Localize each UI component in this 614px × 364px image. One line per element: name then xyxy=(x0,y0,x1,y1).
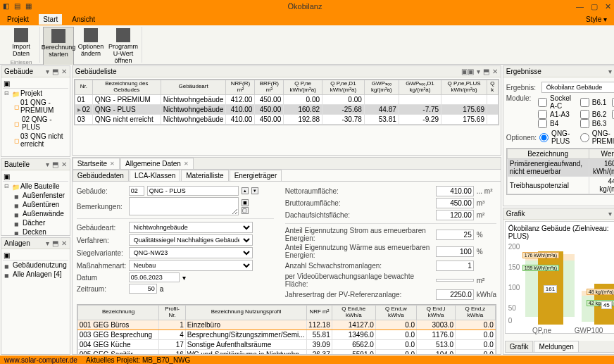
panel-pin-icon[interactable]: ⬒ xyxy=(52,161,58,168)
style-dropdown[interactable]: Style ▾ xyxy=(582,14,611,25)
select-ergebnis[interactable]: Ökobilanz Gebäude xyxy=(541,82,614,93)
panel-dropdown-icon[interactable]: ▾ xyxy=(46,68,49,75)
grid-gebaeudeliste[interactable]: Nr. Bezeichnung des Gebäudes Gebäudeart … xyxy=(74,79,499,125)
col-nutz-bez[interactable]: Bezeichnung xyxy=(77,306,159,320)
chk-b4[interactable] xyxy=(538,119,547,128)
tree-item-aussenwaende[interactable]: Außenwände xyxy=(3,209,68,218)
panel-dropdown-icon[interactable]: ▾ xyxy=(477,68,480,75)
ribbon-berechnung-starten[interactable]: Berechnung starten xyxy=(43,27,74,66)
col-nutz-profil[interactable]: Profil- Nr. xyxy=(159,306,185,320)
panel-dropdown-icon[interactable]: ▾ xyxy=(46,161,49,168)
col-nrf[interactable]: NRF(R) m² xyxy=(226,80,255,95)
tab-gebaeudedaten[interactable]: Gebäudedaten xyxy=(73,170,129,181)
tab-lca-klassen[interactable]: LCA-Klassen xyxy=(130,170,180,181)
input-datum[interactable] xyxy=(129,272,180,282)
col-brf[interactable]: BRF(R) m³ xyxy=(255,80,284,95)
col-nutz-nrf[interactable]: NRF m² xyxy=(307,306,332,320)
radio-qng-plus[interactable] xyxy=(539,133,549,142)
chk-b61[interactable] xyxy=(580,98,589,107)
btn-del[interactable]: ▢ xyxy=(242,207,249,214)
col-gwpd1[interactable]: GWP₁₀₀,D1 kg/(m²a) xyxy=(399,80,441,95)
col-nutz-qendw[interactable]: Q End,w kWh/a xyxy=(375,306,416,320)
btn-down[interactable]: ▾ xyxy=(251,187,258,194)
col-res-bez[interactable]: Bezeichnung xyxy=(507,149,589,159)
input-gebaeude-name[interactable] xyxy=(147,186,239,196)
chk-sockel[interactable] xyxy=(538,98,547,107)
calendar-icon[interactable]: ▾ xyxy=(182,274,186,282)
panel-pin-icon[interactable]: ⬒ xyxy=(52,239,58,247)
panel-close-icon[interactable]: ✕ xyxy=(492,68,498,75)
col-nutz-profilbez[interactable]: Bezeichnung Nutzungsprofil xyxy=(185,306,306,320)
tree-item-gebaeudenutzung[interactable]: Gebäudenutzung xyxy=(3,261,68,270)
tab-energietraeger[interactable]: Energieträger xyxy=(230,170,282,181)
panel-dropdown-icon[interactable]: ▾ xyxy=(46,239,49,247)
tree-item-daecher[interactable]: Dächer xyxy=(3,218,68,227)
tree-toolbar-icon[interactable]: ▣ xyxy=(4,80,10,87)
panel-close-icon[interactable]: ✕ xyxy=(61,239,67,247)
close-icon[interactable]: ✕ xyxy=(110,161,115,167)
ribbon-import-daten[interactable]: Import Daten xyxy=(6,27,37,59)
col-bez[interactable]: Bezeichnung des Gebäudes xyxy=(92,80,161,95)
val-eigen-strom[interactable]: 25 xyxy=(436,230,474,240)
tab-start[interactable]: Start xyxy=(39,14,62,25)
tree-item-02[interactable]: 02 QNG - PLUS xyxy=(3,115,68,132)
btn-new[interactable]: ◼ xyxy=(242,199,249,206)
tab-allgemeine-daten[interactable]: Allgemeine Daten✕ xyxy=(120,158,194,169)
qat-icon-1[interactable]: ▤ xyxy=(14,2,23,11)
btn-up[interactable]: ▴ xyxy=(242,187,249,194)
tree-root-projekt[interactable]: ⊟Projekt xyxy=(3,89,68,98)
panel-pin-icon[interactable]: ⬒ xyxy=(483,68,489,75)
input-zeitraum[interactable] xyxy=(129,284,157,294)
panel-dropdown-icon[interactable]: ▾ xyxy=(608,68,612,75)
status-link[interactable]: www.solar-computer.de xyxy=(4,356,77,364)
select-verfahren[interactable]: Qualitätssiegel Nachhaltiges Gebäude (QN… xyxy=(129,234,253,246)
tree-item-aussentueren[interactable]: Außentüren xyxy=(3,200,68,209)
col-qk[interactable]: Q k xyxy=(487,80,498,95)
table-row[interactable]: 001 GEG Büros1Einzelbüro112.1814127.00.0… xyxy=(77,320,495,330)
radio-qng-premium[interactable] xyxy=(580,133,589,142)
panel-close-icon[interactable]: ✕ xyxy=(61,161,67,168)
chk-a1a3[interactable] xyxy=(538,110,547,119)
tab-meldungen[interactable]: Meldungen xyxy=(534,341,578,352)
col-qpplus[interactable]: Q P,ne,PLUS kWh/(m²a) xyxy=(441,80,487,95)
col-nutz-qendl[interactable]: Q End,l kWh/a xyxy=(417,306,456,320)
tab-materialliste[interactable]: Materialliste xyxy=(181,170,228,181)
val-nrf[interactable]: 410.00 xyxy=(436,186,474,196)
val-video[interactable] xyxy=(436,279,474,282)
col-nutz-qend[interactable]: Q End,he kWh/a xyxy=(332,306,375,320)
tree-item-alle-anlagen[interactable]: Alle Anlagen [4] xyxy=(3,270,68,279)
select-massn[interactable]: Neubau xyxy=(129,260,253,271)
val-eigen-waerme[interactable]: 100 xyxy=(436,246,474,257)
col-nutz-qendz[interactable]: Q End,z kWh/a xyxy=(456,306,496,320)
qat-icon-2[interactable]: ▦ xyxy=(25,2,34,11)
tree-item-03[interactable]: 03 QNG nicht erreicht xyxy=(3,132,68,149)
ribbon-optionen-aendern[interactable]: Optionen ändern xyxy=(75,27,106,66)
grid-nutzungsprofile[interactable]: Bezeichnung Profil- Nr. Bezeichnung Nutz… xyxy=(77,304,496,354)
col-nr[interactable]: Nr. xyxy=(75,80,92,95)
chk-b62[interactable] xyxy=(580,110,589,119)
input-bemerkungen[interactable] xyxy=(129,197,239,215)
panel-toolbar-icon[interactable]: ▣▣ xyxy=(461,68,474,75)
tree-item-decken[interactable]: Decken xyxy=(3,227,68,235)
col-gwp[interactable]: GWP₁₀₀ kg/(m²a) xyxy=(364,80,399,95)
col-qpd1[interactable]: Q P,ne,D1 kWh/(m²a) xyxy=(322,80,365,95)
minimize-button[interactable]: — xyxy=(576,2,584,11)
val-pv[interactable]: 2250.0 xyxy=(436,289,474,300)
tree-toolbar-icon[interactable]: ▣ xyxy=(4,172,10,180)
input-gebaeude-nr[interactable] xyxy=(129,186,144,196)
col-art[interactable]: Gebäudeart xyxy=(161,80,226,95)
val-schwach[interactable]: 1 xyxy=(436,261,474,271)
close-button[interactable]: ✕ xyxy=(605,2,611,11)
tree-item-01[interactable]: 01 QNG - PREMIUM xyxy=(3,98,68,115)
tab-startseite[interactable]: Startseite✕ xyxy=(73,158,120,169)
val-brf[interactable]: 450.00 xyxy=(436,198,474,208)
tab-projekt[interactable]: Projekt xyxy=(3,14,33,25)
table-row[interactable]: Treibhauspotenzial44.87 kg/(m²a) xyxy=(507,177,614,194)
table-row[interactable]: 02QNG - PLUSNichtwohngebäude 410.00450.0… xyxy=(75,104,498,114)
panel-pin-icon[interactable]: ⬒ xyxy=(52,68,58,75)
grid-ergebnisse[interactable]: BezeichnungWert Primärenergieaufwand, ni… xyxy=(506,148,614,195)
tab-ansicht[interactable]: Ansicht xyxy=(68,14,99,25)
panel-close-icon[interactable]: ✕ xyxy=(61,68,67,75)
chk-b63[interactable] xyxy=(580,119,589,128)
col-qp[interactable]: Q P,ne kWh/(m²a) xyxy=(284,80,322,95)
